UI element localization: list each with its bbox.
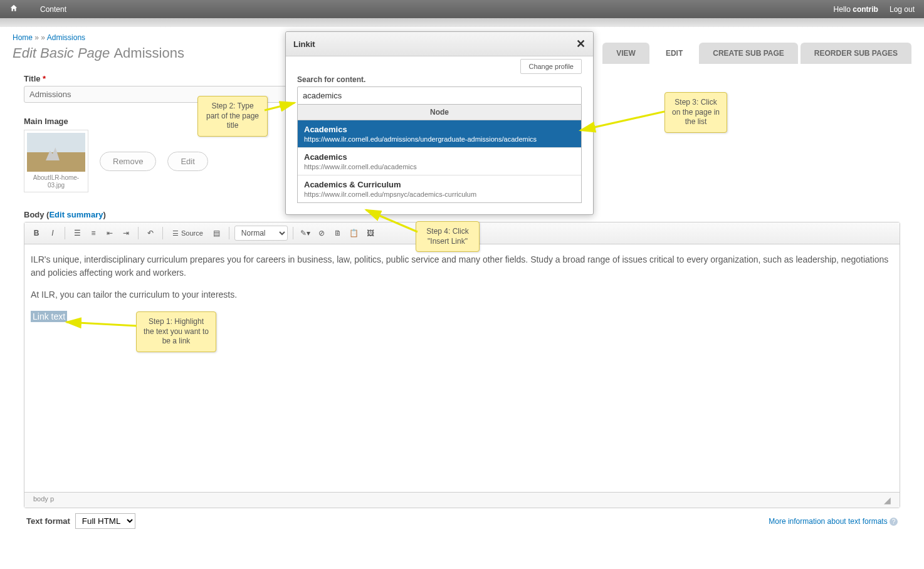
callout-step1: Step 1: Highlight the text you want to b… — [136, 311, 216, 352]
callout-step3: Step 3: Click on the page in the list — [664, 92, 727, 133]
text-format-row: Text format Full HTML More information a… — [24, 508, 900, 529]
breadcrumb-home[interactable]: Home — [13, 33, 33, 42]
paragraph-2: At ILR, you can tailor the curriculum to… — [31, 288, 893, 301]
undo-button[interactable]: ↶ — [144, 226, 157, 240]
thumbnail-filename: AboutILR-home-03.jpg — [27, 174, 85, 189]
dropdown-section-header: Node — [298, 105, 581, 120]
bold-button[interactable]: B — [29, 226, 43, 240]
callout-step4: Step 4: Click "Insert Link" — [416, 221, 480, 252]
search-content-input[interactable] — [297, 86, 582, 105]
italic-button[interactable]: I — [46, 226, 60, 240]
outdent-button[interactable]: ⇤ — [103, 226, 117, 240]
dialog-close-button[interactable]: ✕ — [576, 37, 585, 51]
sub-toolbar — [0, 18, 924, 27]
image-button[interactable]: 🖼 — [364, 226, 377, 240]
tab-edit[interactable]: EDIT — [652, 43, 696, 64]
format-select[interactable]: Normal — [234, 226, 288, 241]
dropdown-item-0[interactable]: Academics https://www.ilr.cornell.edu/ad… — [298, 120, 581, 148]
image-thumbnail[interactable]: AboutILR-home-03.jpg — [24, 130, 88, 192]
editor-content-area[interactable]: ILR's unique, interdisciplinary curricul… — [24, 244, 900, 492]
wysiwyg-editor: B I ☰ ≡ ⇤ ⇥ ↶ ☰ Source ▤ Normal ✎▾ ⊘ 🗎 📋 — [24, 222, 900, 508]
dropdown-item-1[interactable]: Academics https://www.ilr.cornell.edu/ac… — [298, 148, 581, 175]
help-icon: ? — [890, 518, 898, 526]
dialog-titlebar[interactable]: Linkit ✕ — [286, 32, 593, 56]
edit-summary-link[interactable]: Edit summary — [49, 210, 103, 219]
unlink-button[interactable]: ⊘ — [315, 226, 328, 240]
remove-image-button[interactable]: Remove — [100, 152, 156, 171]
indent-button[interactable]: ⇥ — [119, 226, 133, 240]
breadcrumb-admissions[interactable]: Admissions — [47, 33, 85, 42]
dropdown-item-2[interactable]: Academics & Curriculum https://www.ilr.c… — [298, 175, 581, 202]
autocomplete-dropdown: Node Academics https://www.ilr.cornell.e… — [297, 105, 582, 203]
paragraph-1: ILR's unique, interdisciplinary curricul… — [31, 253, 893, 279]
source-button[interactable]: ☰ Source — [168, 226, 207, 240]
user-greeting: Hello contrib — [834, 5, 878, 14]
more-info-link[interactable]: More information about text formats ? — [769, 517, 898, 526]
dialog-title-text: Linkit — [293, 39, 315, 49]
admin-topbar: Content Hello contrib Log out — [0, 0, 924, 18]
logout-link[interactable]: Log out — [890, 5, 915, 14]
search-label: Search for content. — [297, 75, 582, 84]
selected-link-text: Link text — [31, 311, 67, 322]
linkit-dialog: Linkit ✕ Change profile Search for conte… — [285, 31, 594, 215]
paste-button[interactable]: 📋 — [347, 226, 361, 240]
tab-reorder-sub[interactable]: REORDER SUB PAGES — [801, 43, 911, 64]
resize-handle-icon[interactable]: ◢ — [884, 495, 891, 505]
page-tabs: VIEW EDIT CREATE SUB PAGE REORDER SUB PA… — [602, 43, 911, 64]
tab-view[interactable]: VIEW — [602, 43, 649, 64]
thumbnail-image — [27, 133, 85, 172]
home-icon[interactable] — [9, 4, 28, 14]
templates-button[interactable]: 🗎 — [331, 226, 345, 240]
editor-footer: body p ◢ — [24, 492, 900, 508]
element-path: body p — [33, 495, 54, 505]
change-profile-button[interactable]: Change profile — [520, 59, 582, 74]
linkit-button[interactable]: ✎▾ — [298, 226, 312, 240]
tab-create-sub[interactable]: CREATE SUB PAGE — [699, 43, 798, 64]
bullet-list-button[interactable]: ☰ — [70, 226, 84, 240]
text-format-select[interactable]: Full HTML — [75, 513, 135, 529]
content-link[interactable]: Content — [40, 5, 66, 14]
callout-step2: Step 2: Type part of the page title — [197, 96, 268, 137]
show-blocks-button[interactable]: ▤ — [210, 226, 224, 240]
numbered-list-button[interactable]: ≡ — [87, 226, 100, 240]
text-format-label: Text format — [26, 516, 70, 526]
edit-image-button[interactable]: Edit — [167, 152, 207, 171]
